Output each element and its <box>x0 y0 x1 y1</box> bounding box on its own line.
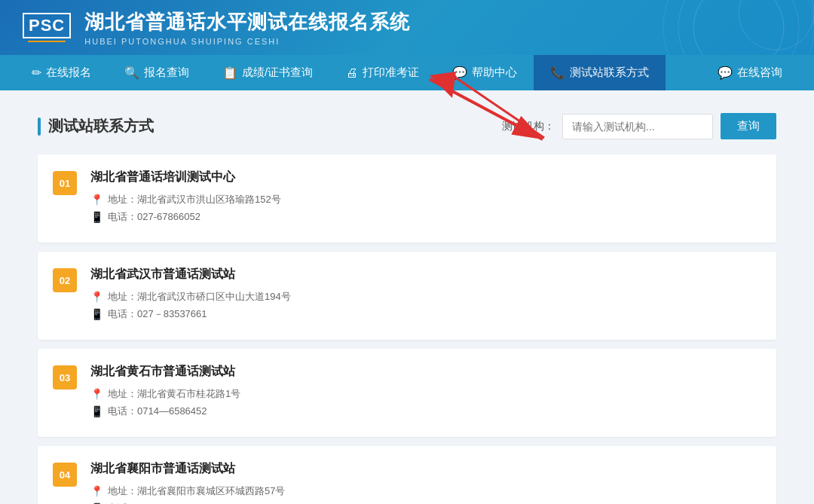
station-address-text-02: 地址：湖北省武汉市硚口区中山大道194号 <box>108 290 291 304</box>
station-info-01: 湖北省普通话培训测试中心 📍 地址：湖北省武汉市洪山区珞瑜路152号 📱 电话：… <box>90 170 757 228</box>
station-name-01: 湖北省普通话培训测试中心 <box>90 170 757 185</box>
nav-item-print-admit[interactable]: 🖨 打印准考证 <box>329 55 436 90</box>
station-phone-01: 📱 电话：027-67866052 <box>90 210 757 224</box>
main-content: 测试站联系方式 测试机构： 查询 01 湖北省普通话培训测试中心 📍 地址：湖北… <box>0 90 814 504</box>
station-card-01: 01 湖北省普通话培训测试中心 📍 地址：湖北省武汉市洪山区珞瑜路152号 📱 … <box>38 154 776 243</box>
header-title-zh: 湖北省普通话水平测试在线报名系统 <box>84 9 410 35</box>
consult-icon: 💬 <box>718 66 733 80</box>
station-phone-text-02: 电话：027－83537661 <box>108 307 207 321</box>
station-info-02: 湖北省武汉市普通话测试站 📍 地址：湖北省武汉市硚口区中山大道194号 📱 电话… <box>90 267 757 325</box>
nav-label-query: 报名查询 <box>144 66 189 80</box>
help-icon: 💬 <box>452 66 467 80</box>
station-num-02: 02 <box>53 268 77 292</box>
nav-item-score-cert[interactable]: 📋 成绩/证书查询 <box>206 55 329 90</box>
logo-line <box>28 41 66 42</box>
station-address-text-01: 地址：湖北省武汉市洪山区珞瑜路152号 <box>108 193 281 206</box>
phone-icon-03: 📱 <box>90 405 103 417</box>
station-phone-text-03: 电话：0714—6586452 <box>108 405 207 418</box>
header-title-en: HUBEI PUTONGHUA SHUIPING CESHI <box>84 37 410 46</box>
header-titles: 湖北省普通话水平测试在线报名系统 HUBEI PUTONGHUA SHUIPIN… <box>84 9 410 46</box>
nav-item-online-register[interactable]: ✏ 在线报名 <box>15 55 108 90</box>
nav-label-consult: 在线咨询 <box>737 66 782 80</box>
phone-icon: 📞 <box>550 66 565 80</box>
search-button[interactable]: 查询 <box>721 113 776 139</box>
station-card-02: 02 湖北省武汉市普通话测试站 📍 地址：湖北省武汉市硚口区中山大道194号 📱… <box>38 252 776 340</box>
location-icon-01: 📍 <box>90 194 103 206</box>
station-phone-03: 📱 电话：0714—6586452 <box>90 405 757 418</box>
nav: ✏ 在线报名 🔍 报名查询 📋 成绩/证书查询 🖨 打印准考证 💬 帮助中心 📞… <box>0 55 814 90</box>
station-phone-text-01: 电话：027-67866052 <box>108 210 200 224</box>
station-card-04: 04 湖北省襄阳市普通话测试站 📍 地址：湖北省襄阳市襄城区环城西路57号 📱 … <box>38 446 776 504</box>
logo-psc: PSC <box>23 13 71 38</box>
nav-online-consult[interactable]: 💬 在线咨询 <box>701 55 799 90</box>
station-name-02: 湖北省武汉市普通话测试站 <box>90 267 757 283</box>
station-name-04: 湖北省襄阳市普通话测试站 <box>90 461 757 477</box>
header: PSC 湖北省普通话水平测试在线报名系统 HUBEI PUTONGHUA SHU… <box>0 0 814 55</box>
station-address-text-03: 地址：湖北省黄石市桂花路1号 <box>108 387 240 401</box>
nav-label-register: 在线报名 <box>46 66 91 80</box>
section-title: 测试站联系方式 <box>38 116 154 136</box>
location-icon-02: 📍 <box>90 291 103 303</box>
station-address-04: 📍 地址：湖北省襄阳市襄城区环城西路57号 <box>90 484 757 498</box>
station-card-03: 03 湖北省黄石市普通话测试站 📍 地址：湖北省黄石市桂花路1号 📱 电话：07… <box>38 349 776 437</box>
station-num-04: 04 <box>53 463 77 487</box>
location-icon-03: 📍 <box>90 388 103 400</box>
print-icon: 🖨 <box>346 66 358 80</box>
station-phone-02: 📱 电话：027－83537661 <box>90 307 757 321</box>
station-num-01: 01 <box>53 171 77 195</box>
nav-item-query-register[interactable]: 🔍 报名查询 <box>108 55 206 90</box>
score-icon: 📋 <box>222 66 237 80</box>
station-info-04: 湖北省襄阳市普通话测试站 📍 地址：湖北省襄阳市襄城区环城西路57号 📱 电话：… <box>90 461 757 504</box>
station-name-03: 湖北省黄石市普通话测试站 <box>90 364 757 380</box>
title-bar <box>38 118 41 136</box>
nav-item-help-center[interactable]: 💬 帮助中心 <box>436 55 534 90</box>
nav-item-station-contact[interactable]: 📞 测试站联系方式 <box>534 55 666 90</box>
section-header: 测试站联系方式 测试机构： 查询 <box>38 113 776 139</box>
nav-label-print: 打印准考证 <box>363 66 419 80</box>
search-area: 测试机构： 查询 <box>502 113 776 139</box>
location-icon-04: 📍 <box>90 485 103 497</box>
search-input[interactable] <box>562 114 713 139</box>
station-num-03: 03 <box>53 365 77 389</box>
query-icon: 🔍 <box>124 66 139 80</box>
stations-list: 01 湖北省普通话培训测试中心 📍 地址：湖北省武汉市洪山区珞瑜路152号 📱 … <box>38 154 776 504</box>
nav-label-station: 测试站联系方式 <box>570 66 649 80</box>
nav-label-score: 成绩/证书查询 <box>242 66 313 80</box>
station-address-01: 📍 地址：湖北省武汉市洪山区珞瑜路152号 <box>90 193 757 206</box>
station-address-text-04: 地址：湖北省襄阳市襄城区环城西路57号 <box>108 484 285 498</box>
nav-label-help: 帮助中心 <box>472 66 517 80</box>
logo-box: PSC <box>23 13 71 42</box>
station-info-03: 湖北省黄石市普通话测试站 📍 地址：湖北省黄石市桂花路1号 📱 电话：0714—… <box>90 364 757 422</box>
register-icon: ✏ <box>32 66 41 80</box>
phone-icon-01: 📱 <box>90 211 103 223</box>
section-title-text: 测试站联系方式 <box>48 116 154 136</box>
phone-icon-02: 📱 <box>90 308 103 320</box>
search-label: 测试机构： <box>502 120 555 133</box>
station-address-02: 📍 地址：湖北省武汉市硚口区中山大道194号 <box>90 290 757 304</box>
station-address-03: 📍 地址：湖北省黄石市桂花路1号 <box>90 387 757 401</box>
